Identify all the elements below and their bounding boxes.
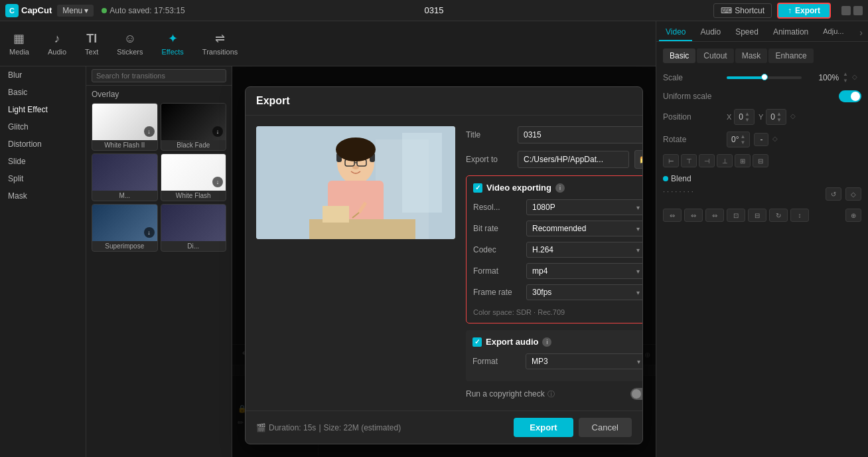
overlay-item-misc1[interactable]: M... xyxy=(92,153,158,201)
tab-animation[interactable]: Animation xyxy=(766,24,815,41)
rotate-minus-button[interactable]: - xyxy=(754,133,768,146)
codec-select[interactable]: H.264 ▾ xyxy=(526,242,643,258)
title-input[interactable] xyxy=(518,126,643,143)
nav-media-label: Media xyxy=(9,48,29,56)
nav-media[interactable]: ▦ Media xyxy=(0,26,38,61)
sidebar-item-light-effect[interactable]: Light Effect xyxy=(0,101,86,118)
align-bottom-icon-btn[interactable]: ⊟ xyxy=(753,154,768,167)
topbar-right: ⌨ Shortcut ↑ Export xyxy=(713,3,863,19)
overlay-item-di[interactable]: Di... xyxy=(161,204,227,252)
tool-zoom-btn[interactable]: ⊕ xyxy=(845,209,861,222)
search-input[interactable] xyxy=(92,69,226,82)
align-left-icon-btn[interactable]: ⊢ xyxy=(663,154,679,167)
align-center-v-icon-btn[interactable]: ⊞ xyxy=(735,154,751,167)
overlay-item-superimpose[interactable]: ↓ Superimpose xyxy=(92,204,158,252)
audio-checkbox[interactable]: ✓ xyxy=(472,337,482,347)
blend-undo-button[interactable]: ↺ xyxy=(826,187,841,201)
export-top-button[interactable]: ↑ Export xyxy=(777,3,831,19)
nav-effects[interactable]: ✦ Effects xyxy=(152,26,192,61)
tab-adjust[interactable]: Adju... xyxy=(816,24,850,41)
minimize-button[interactable] xyxy=(841,6,851,15)
right-panel-expand[interactable]: › xyxy=(857,24,865,41)
content-row: Blur Basic Light Effect Glitch Distortio… xyxy=(0,66,656,457)
modal-overlay: Export xyxy=(232,66,656,457)
y-value-wrap[interactable]: 0 ▲ ▼ xyxy=(766,109,786,125)
sub-tab-basic[interactable]: Basic xyxy=(663,48,695,63)
bitrate-select[interactable]: Recommended ▾ xyxy=(526,221,643,236)
blend-actions: · · · · · · · · ↺ ◇ xyxy=(663,187,861,201)
x-value-wrap[interactable]: 0 ▲ ▼ xyxy=(734,109,755,125)
overlay-label-white-flash: White Flash xyxy=(161,191,226,201)
sidebar-item-split[interactable]: Split xyxy=(0,170,86,187)
format-select[interactable]: mp4 ▾ xyxy=(526,263,643,279)
tab-video[interactable]: Video xyxy=(659,24,692,41)
overlay-item-black-fade[interactable]: ↓ Black Fade xyxy=(161,103,227,151)
y-stepper[interactable]: ▲ ▼ xyxy=(776,111,782,123)
nav-stickers[interactable]: ☺ Stickers xyxy=(108,27,152,61)
rotate-reset-icon[interactable]: ◇ xyxy=(772,135,782,144)
scale-label: Scale xyxy=(663,73,723,82)
scale-slider[interactable] xyxy=(727,76,802,79)
format-arrow-icon: ▾ xyxy=(636,268,640,275)
sub-tab-enhance[interactable]: Enhance xyxy=(768,48,813,63)
align-icons: ⊢ ⊤ ⊣ ⊥ ⊞ ⊟ xyxy=(663,154,861,167)
resolution-select[interactable]: 1080P ▾ xyxy=(526,199,643,215)
sidebar-item-slide[interactable]: Slide xyxy=(0,153,86,170)
sub-tab-mask[interactable]: Mask xyxy=(735,48,768,63)
tool-center-btn[interactable]: ⊡ xyxy=(727,209,745,222)
export-path-input[interactable] xyxy=(518,151,629,168)
sidebar-item-glitch[interactable]: Glitch xyxy=(0,118,86,136)
preview-image xyxy=(256,126,455,239)
overlay-item-white-flash[interactable]: ↓ White Flash xyxy=(161,153,227,201)
align-top-icon-btn[interactable]: ⊥ xyxy=(717,154,733,167)
tool-flip-btn[interactable]: ↕ xyxy=(790,209,809,222)
format-label: Format xyxy=(473,266,526,276)
nav-audio[interactable]: ♪ Audio xyxy=(38,27,76,61)
scale-thumb xyxy=(761,74,768,80)
align-right-icon-btn[interactable]: ⊣ xyxy=(699,154,715,167)
video-section-label: Video exporting xyxy=(486,183,551,193)
cancel-button[interactable]: Cancel xyxy=(579,418,632,437)
sidebar-item-mask[interactable]: Mask xyxy=(0,187,86,205)
uniform-scale-toggle[interactable] xyxy=(839,90,861,102)
footer-info: 🎬 Duration: 15s | Size: 22M (estimated) xyxy=(256,423,401,432)
overlay-label-black-fade: Black Fade xyxy=(161,140,226,150)
video-info-icon: i xyxy=(555,183,565,193)
tool-split-btn[interactable]: ⇔ xyxy=(705,209,724,222)
video-checkbox[interactable]: ✓ xyxy=(473,183,482,193)
audio-format-row: Format MP3 ▾ xyxy=(472,353,643,369)
sidebar-item-distortion[interactable]: Distortion xyxy=(0,136,86,153)
scale-stepper[interactable]: ▲ ▼ xyxy=(843,71,848,84)
framerate-select[interactable]: 30fps ▾ xyxy=(526,284,643,300)
sidebar-item-basic[interactable]: Basic xyxy=(0,84,86,101)
browse-folder-button[interactable]: 📁 xyxy=(634,150,643,169)
tab-speed[interactable]: Speed xyxy=(729,24,765,41)
rotate-stepper[interactable]: ▲ ▼ xyxy=(740,134,745,145)
x-stepper[interactable]: ▲ ▼ xyxy=(745,111,750,123)
stickers-icon: ☺ xyxy=(124,32,136,46)
maximize-button[interactable] xyxy=(853,6,863,15)
tab-audio[interactable]: Audio xyxy=(693,24,727,41)
codec-label: Codec xyxy=(473,245,526,254)
tool-link2-btn[interactable]: ⇔ xyxy=(684,209,703,222)
nav-transitions[interactable]: ⇌ Transitions xyxy=(193,26,247,61)
audio-section-label: Export audio xyxy=(486,337,538,347)
export-button[interactable]: Export xyxy=(514,418,573,437)
overlay-item-white-flash-ii[interactable]: ↓ White Flash II xyxy=(92,103,158,151)
shortcut-button[interactable]: ⌨ Shortcut xyxy=(713,3,772,18)
tool-frame-btn[interactable]: ⊟ xyxy=(748,209,766,222)
sidebar-item-blur[interactable]: Blur xyxy=(0,66,86,84)
tool-link-btn[interactable]: ⇔ xyxy=(663,209,682,222)
audio-format-select[interactable]: MP3 ▾ xyxy=(526,353,643,369)
nav-text[interactable]: TI Text xyxy=(76,27,108,61)
svg-rect-9 xyxy=(323,206,349,223)
sub-tab-cutout[interactable]: Cutout xyxy=(697,48,733,63)
menu-button[interactable]: Menu ▾ xyxy=(57,5,94,17)
scale-reset-icon[interactable]: ◇ xyxy=(852,73,861,82)
copyright-toggle[interactable] xyxy=(630,388,643,400)
align-center-h-icon-btn[interactable]: ⊤ xyxy=(681,154,697,167)
blend-reset-button[interactable]: ◇ xyxy=(845,187,861,201)
rotate-value-wrap[interactable]: 0° ▲ ▼ xyxy=(727,132,750,147)
position-reset-icon[interactable]: ◇ xyxy=(790,112,800,122)
tool-rotate-btn[interactable]: ↻ xyxy=(769,209,788,222)
